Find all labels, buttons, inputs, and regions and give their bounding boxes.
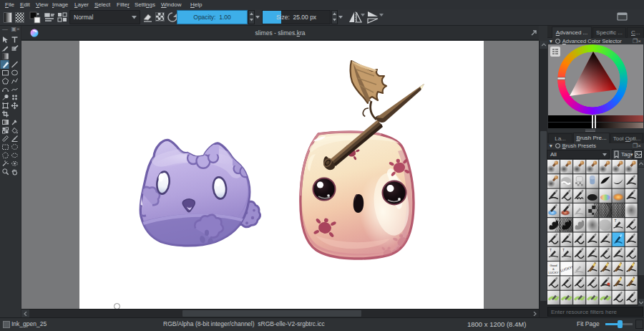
svg-text:T: T	[562, 248, 565, 252]
svg-text:LUCKY: LUCKY	[549, 271, 559, 274]
svg-text:T: T	[550, 248, 552, 252]
svg-text:T: T	[615, 219, 617, 223]
